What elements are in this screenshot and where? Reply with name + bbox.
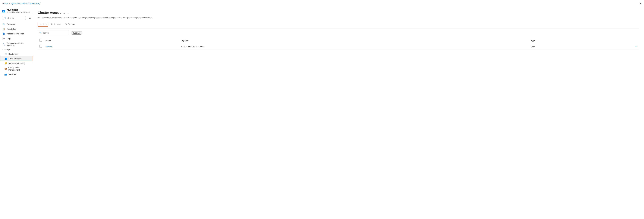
sidebar-search-icon: 🔍 — [4, 17, 6, 19]
sidebar-item-secure-shell[interactable]: 🔑 Secure shell (SSH) — [0, 61, 33, 66]
sidebar-item-label-config-mgmt: Configuration Management — [8, 67, 30, 71]
tags-icon: 🏷 — [2, 37, 5, 40]
settings-chevron-icon: ∨ — [2, 49, 3, 51]
sidebar-item-cluster-size[interactable]: 📄 Cluster size — [0, 52, 33, 56]
diagnose-icon: 🔧 — [2, 43, 5, 46]
table-header-type: Type — [529, 38, 633, 43]
table-header: Name Object ID Type — [38, 38, 639, 43]
content-header-row: Cluster Access ★ ⋯ — [38, 11, 639, 16]
settings-section-header[interactable]: ∨ Settings — [0, 48, 33, 52]
cluster-access-icon: 👥 — [4, 57, 7, 60]
remove-icon: 🗑 — [50, 23, 53, 25]
type-filter-tag[interactable]: Type : All — [71, 31, 82, 35]
refresh-icon: ↻ — [66, 23, 67, 25]
sidebar-item-label-services: Services — [8, 73, 16, 76]
main-content: Cluster Access ★ ⋯ You can control acces… — [33, 7, 644, 219]
config-mgmt-icon: 📦 — [4, 68, 7, 70]
sidebar-item-label-tags: Tags — [6, 38, 11, 40]
row-ellipsis-button[interactable]: ⋯ — [635, 45, 638, 48]
toolbar: ＋ Add 🗑 Remove ↻ Refresh — [38, 22, 639, 29]
settings-section-label: Settings — [4, 49, 10, 51]
filter-search-icon: 🔍 — [39, 32, 42, 34]
sidebar-item-label-cluster-size: Cluster size — [8, 53, 18, 55]
row-checkbox[interactable] — [40, 45, 42, 48]
sidebar-item-label-cluster-access: Cluster Access — [8, 58, 22, 60]
sidebar-item-label-access-control: Access control (IAM) — [6, 33, 24, 35]
table-header-actions-col — [633, 38, 639, 43]
secure-shell-icon: 🔑 — [4, 62, 7, 64]
refresh-button[interactable]: ↻ Refresh — [64, 22, 77, 26]
sidebar-search-row: 🔍 ≪ — [0, 14, 33, 22]
page-description: You can control access to the cluster en… — [38, 17, 639, 19]
resource-title: mycluster — [7, 9, 30, 11]
activity-log-icon: 📋 — [2, 28, 5, 30]
remove-button[interactable]: 🗑 Remove — [49, 22, 63, 26]
filter-search-box: 🔍 — [38, 31, 69, 35]
breadcrumb-sep1: > — [8, 3, 10, 5]
select-all-checkbox[interactable] — [40, 39, 42, 42]
sidebar-item-overview[interactable]: ⊕ Overview — [0, 22, 33, 27]
more-options-icon[interactable]: ⋯ — [67, 12, 70, 15]
access-table: Name Object ID Type contoso abcde-12345-… — [38, 38, 639, 50]
row-name-cell: contoso — [44, 43, 179, 50]
breadcrumb-home[interactable]: Home — [2, 3, 8, 5]
remove-button-label: Remove — [54, 23, 61, 25]
main-layout: 👥 mycluster Azure HDInsight on AKS clust… — [0, 7, 644, 219]
sidebar-item-services[interactable]: 👥 Services — [0, 72, 33, 77]
row-checkbox-cell — [38, 43, 44, 50]
sidebar-item-label-overview: Overview — [6, 23, 15, 25]
sidebar-item-cluster-access[interactable]: 👥 Cluster Access — [0, 56, 33, 61]
sidebar-search-container: 🔍 — [3, 16, 26, 20]
filter-search-input[interactable] — [42, 32, 68, 34]
add-button[interactable]: ＋ Add — [38, 22, 48, 27]
resource-icon: 👥 — [2, 9, 6, 13]
nav-search-box: 🔍 — [1, 15, 28, 21]
sidebar: 👥 mycluster Azure HDInsight on AKS clust… — [0, 7, 33, 219]
filter-row: 🔍 Type : All — [38, 31, 639, 35]
add-button-label: Add — [43, 23, 46, 25]
table-header-name: Name — [44, 38, 179, 43]
breadcrumb-resource[interactable]: mycluster (contosopool/mycluster) — [10, 3, 40, 5]
sidebar-item-activity-log[interactable]: 📋 Activity log — [0, 27, 33, 31]
table-row: contoso abcde-12345-abcde-12345 User ⋯ — [38, 43, 639, 50]
row-actions-cell: ⋯ — [633, 43, 639, 50]
breadcrumb: Home > mycluster (contosopool/mycluster) — [2, 3, 639, 5]
sidebar-search-input[interactable] — [8, 17, 24, 19]
page-title: Cluster Access — [38, 11, 61, 15]
sidebar-item-tags[interactable]: 🏷 Tags — [0, 36, 33, 41]
resource-subtitle: Azure HDInsight on AKS cluster — [7, 11, 30, 13]
overview-icon: ⊕ — [2, 23, 5, 25]
row-type-cell: User — [529, 43, 633, 50]
table-body: contoso abcde-12345-abcde-12345 User ⋯ — [38, 43, 639, 50]
sidebar-item-access-control[interactable]: 👤 Access control (IAM) — [0, 31, 33, 36]
sidebar-item-label-activity-log: Activity log — [6, 28, 16, 30]
sidebar-resource-header: 👥 mycluster Azure HDInsight on AKS clust… — [0, 7, 33, 14]
row-name-link[interactable]: contoso — [46, 45, 52, 48]
cluster-size-icon: 📄 — [4, 53, 7, 55]
sidebar-item-label-secure-shell: Secure shell (SSH) — [8, 62, 25, 64]
top-bar: Home > mycluster (contosopool/mycluster)… — [0, 0, 644, 7]
table-header-checkbox-col — [38, 38, 44, 43]
refresh-button-label: Refresh — [68, 23, 75, 25]
close-button[interactable]: ✕ — [639, 2, 642, 5]
resource-info: mycluster Azure HDInsight on AKS cluster — [7, 9, 30, 13]
table-header-object-id: Object ID — [179, 38, 529, 43]
favorite-icon[interactable]: ★ — [63, 12, 65, 15]
row-object-id-cell: abcde-12345-abcde-12345 — [179, 43, 529, 50]
access-control-icon: 👤 — [2, 33, 5, 35]
services-icon: 👥 — [4, 73, 7, 76]
collapse-button[interactable]: ≪ — [28, 16, 32, 20]
sidebar-item-diagnose[interactable]: 🔧 Diagnose and solve problems — [0, 41, 33, 48]
sidebar-item-config-mgmt[interactable]: 📦 Configuration Management — [0, 66, 33, 72]
add-icon: ＋ — [40, 23, 42, 26]
sidebar-item-label-diagnose: Diagnose and solve problems — [6, 42, 30, 47]
table-header-row: Name Object ID Type — [38, 38, 639, 43]
